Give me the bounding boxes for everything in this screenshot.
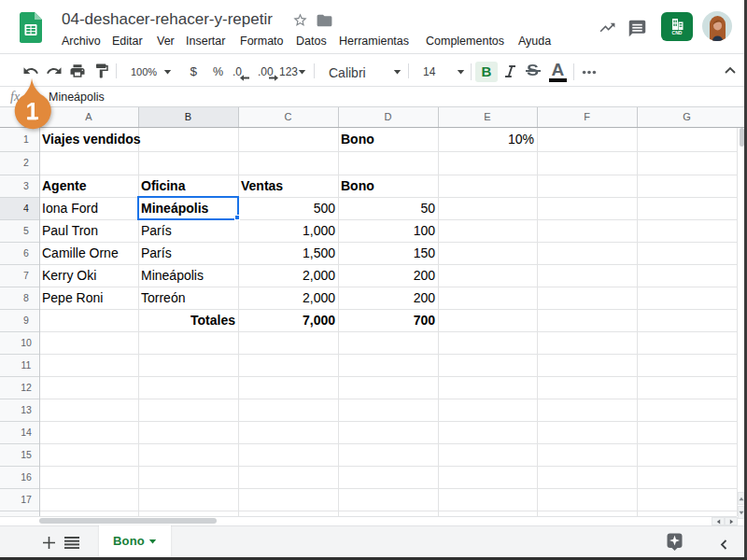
svg-text:1: 1 bbox=[26, 98, 39, 124]
svg-text:CND: CND bbox=[672, 30, 683, 35]
